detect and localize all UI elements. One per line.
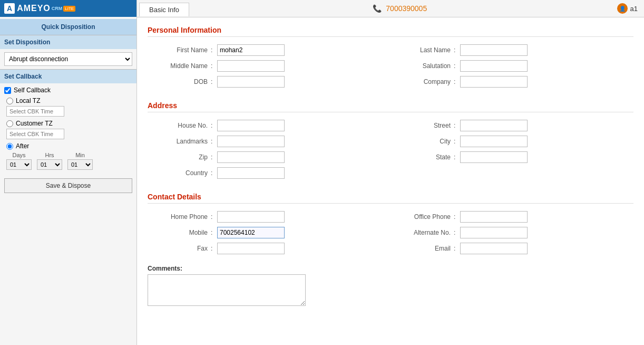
quick-disposition-button[interactable]: Quick Disposition xyxy=(0,19,136,35)
self-callback-option: Self Callback xyxy=(4,87,132,94)
top-bar: Basic Info 📞 7000390005 👤 a1 xyxy=(137,0,644,17)
middle-name-row: Middle Name : xyxy=(148,58,391,74)
country-input[interactable] xyxy=(217,167,285,179)
email-label: Email xyxy=(391,245,454,252)
middle-name-label: Middle Name xyxy=(148,62,211,70)
mobile-row: Mobile : xyxy=(148,225,391,241)
city-row: City : xyxy=(391,133,633,149)
middle-name-input[interactable] xyxy=(217,60,285,72)
house-no-label: House No. xyxy=(148,122,211,129)
first-name-row: First Name : xyxy=(148,42,391,58)
street-label: Street xyxy=(391,122,454,129)
after-section: After Days 010203 Hrs 010203 xyxy=(4,142,132,170)
address-grid: House No. : Landmarks : Zip : xyxy=(148,118,633,181)
comments-label: Comments: xyxy=(148,265,633,272)
landmarks-input[interactable] xyxy=(217,136,285,147)
personal-info-left: First Name : Middle Name : DOB : xyxy=(148,42,391,90)
company-label: Company xyxy=(391,78,454,85)
salutation-input[interactable] xyxy=(460,60,528,72)
mobile-label: Mobile xyxy=(148,229,211,236)
logo-icon: A xyxy=(7,4,12,13)
logo-ameyo-text: AMEYO xyxy=(17,4,51,13)
self-callback-checkbox[interactable] xyxy=(4,87,11,94)
first-name-input[interactable] xyxy=(217,44,285,56)
house-no-input[interactable] xyxy=(217,120,285,131)
address-title: Address xyxy=(148,98,633,112)
disposition-dropdown[interactable]: Abrupt disconnection Follow Up Intereste… xyxy=(4,52,132,66)
office-phone-label: Office Phone xyxy=(391,213,454,221)
state-input[interactable] xyxy=(460,151,528,163)
dob-input[interactable] xyxy=(217,76,285,88)
save-dispose-button[interactable]: Save & Dispose xyxy=(4,178,132,193)
tab-basic-info[interactable]: Basic Info xyxy=(139,3,189,16)
hrs-label: Hrs xyxy=(45,152,54,158)
contact-right: Office Phone : Alternate No. : Email : xyxy=(391,209,633,256)
company-row: Company : xyxy=(391,74,633,90)
sidebar-header: A AMEYO CRM LITE xyxy=(0,0,136,17)
comments-section: Comments: xyxy=(148,265,633,308)
landmarks-row: Landmarks : xyxy=(148,133,391,149)
time-dropdowns: Days 010203 Hrs 010203 Min xyxy=(6,152,132,170)
last-name-input[interactable] xyxy=(460,44,528,56)
customer-tz-radio[interactable] xyxy=(6,120,13,127)
address-section: Address House No. : Landmarks : xyxy=(148,98,633,181)
days-col: Days 010203 xyxy=(6,152,32,170)
home-phone-input[interactable] xyxy=(217,211,285,223)
home-phone-label: Home Phone xyxy=(148,213,211,221)
mobile-input[interactable] xyxy=(217,227,285,238)
contact-details-grid: Home Phone : Mobile : Fax : xyxy=(148,209,633,256)
zip-row: Zip : xyxy=(148,149,391,165)
hrs-col: Hrs 010203 xyxy=(37,152,62,170)
office-phone-input[interactable] xyxy=(460,211,528,223)
local-tz-time-input[interactable] xyxy=(6,106,64,117)
phone-display: 📞 7000390005 xyxy=(189,1,610,16)
street-input[interactable] xyxy=(460,120,528,131)
company-input[interactable] xyxy=(460,76,528,88)
after-radio[interactable] xyxy=(6,143,13,150)
customer-tz-time-input[interactable] xyxy=(6,129,64,139)
main-content: Basic Info 📞 7000390005 👤 a1 Personal In… xyxy=(137,0,644,345)
local-tz-text: Local TZ xyxy=(16,97,40,104)
salutation-row: Salutation : xyxy=(391,58,633,74)
form-area: Personal Information First Name : Middle… xyxy=(137,17,644,345)
personal-info-grid: First Name : Middle Name : DOB : xyxy=(148,42,633,90)
fax-input[interactable] xyxy=(217,243,285,254)
alternate-no-input[interactable] xyxy=(460,227,528,238)
landmarks-label: Landmarks xyxy=(148,138,211,145)
local-tz-radio[interactable] xyxy=(6,98,13,104)
user-avatar-icon: 👤 xyxy=(617,3,628,14)
logo-lite-badge: LITE xyxy=(63,6,75,12)
hrs-select[interactable]: 010203 xyxy=(37,159,62,170)
self-callback-label: Self Callback xyxy=(14,87,51,94)
country-label: Country xyxy=(148,169,211,177)
days-select[interactable]: 010203 xyxy=(6,159,32,170)
last-name-row: Last Name : xyxy=(391,42,633,58)
alternate-no-label: Alternate No. xyxy=(391,229,454,236)
contact-details-title: Contact Details xyxy=(148,189,633,204)
email-input[interactable] xyxy=(460,243,528,254)
alternate-no-row: Alternate No. : xyxy=(391,225,633,241)
phone-icon: 📞 xyxy=(373,4,382,13)
city-input[interactable] xyxy=(460,136,528,147)
email-row: Email : xyxy=(391,241,633,256)
zip-input[interactable] xyxy=(217,151,285,163)
set-disposition-label: Set Disposition xyxy=(0,35,136,49)
min-select[interactable]: 010510 xyxy=(67,159,93,170)
local-tz-group: Local TZ xyxy=(4,97,132,117)
sidebar: A AMEYO CRM LITE Quick Disposition Set D… xyxy=(0,0,137,345)
after-text: After xyxy=(16,142,29,150)
home-phone-row: Home Phone : xyxy=(148,209,391,225)
comments-textarea[interactable] xyxy=(148,274,306,306)
set-callback-label: Set Callback xyxy=(0,69,136,83)
app-logo: A AMEYO CRM LITE xyxy=(4,3,75,14)
house-no-row: House No. : xyxy=(148,118,391,133)
save-btn-wrapper: Save & Dispose xyxy=(0,173,136,198)
after-label-row: After xyxy=(6,142,132,150)
address-left: House No. : Landmarks : Zip : xyxy=(148,118,391,181)
local-tz-label-row: Local TZ xyxy=(6,97,132,104)
fax-label: Fax xyxy=(148,245,211,252)
salutation-label: Salutation xyxy=(391,62,454,70)
personal-info-section: Personal Information First Name : Middle… xyxy=(148,23,633,90)
address-right: Street : City : State : xyxy=(391,118,633,181)
disposition-select-wrapper: Abrupt disconnection Follow Up Intereste… xyxy=(4,52,132,66)
